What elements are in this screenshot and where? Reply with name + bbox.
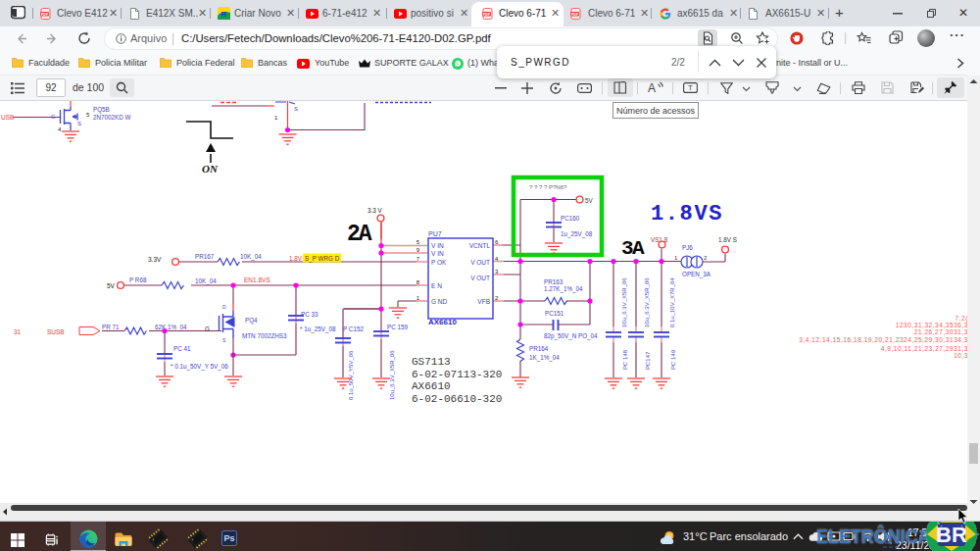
svg-text:AX6610: AX6610 bbox=[428, 318, 457, 326]
svg-text:1.27K_1%_04: 1.27K_1%_04 bbox=[544, 285, 583, 293]
svg-text:* 0.1u_50V_Y 5V_06: * 0.1u_50V_Y 5V_06 bbox=[171, 363, 228, 371]
svg-text:82p_50V_N PO_04: 82p_50V_N PO_04 bbox=[544, 332, 598, 340]
svg-text:6-02-06610-320: 6-02-06610-320 bbox=[412, 393, 502, 405]
svg-text:G ND: G ND bbox=[431, 298, 448, 305]
svg-text:PQ4: PQ4 bbox=[245, 317, 258, 325]
svg-text:3,4,12,14,15,16,18,19,20,21,23: 3,4,12,14,15,16,18,19,20,21,2324,25,29,3… bbox=[799, 336, 967, 343]
svg-text:? ? ? ? P?N6?: ? ? ? ? P?N6? bbox=[529, 184, 567, 190]
svg-text:PC 148: PC 148 bbox=[622, 349, 628, 370]
svg-text:PR163: PR163 bbox=[544, 278, 564, 285]
svg-text:3.3 V: 3.3 V bbox=[368, 207, 383, 214]
svg-text:T: T bbox=[688, 83, 693, 92]
svg-text:1K_1%_04: 1K_1%_04 bbox=[529, 354, 560, 362]
svg-text:OPEN_3A: OPEN_3A bbox=[682, 271, 711, 278]
svg-text:PR164: PR164 bbox=[529, 345, 549, 352]
svg-text:2A: 2A bbox=[347, 222, 372, 247]
svg-text:2N7002KD W: 2N7002KD W bbox=[93, 114, 131, 121]
svg-text:PC147: PC147 bbox=[645, 351, 651, 370]
svg-text:D: D bbox=[222, 304, 226, 310]
svg-text:10K_04: 10K_04 bbox=[240, 253, 262, 261]
svg-text:0.1u_10V_X7R_04: 0.1u_10V_X7R_04 bbox=[669, 277, 675, 327]
svg-text:4,9,10,11,21,23,27,2931,3: 4,9,10,11,21,23,27,2931,3 bbox=[881, 345, 967, 352]
svg-text:6-02-07113-320: 6-02-07113-320 bbox=[412, 369, 502, 380]
svg-text:PDF: PDF bbox=[571, 13, 579, 17]
svg-text:PC 41: PC 41 bbox=[173, 345, 191, 352]
svg-text:10K_04: 10K_04 bbox=[195, 277, 217, 285]
svg-text:EN1.8VS: EN1.8VS bbox=[244, 276, 270, 283]
svg-text:PC 33: PC 33 bbox=[301, 311, 318, 318]
svg-text:62K 1%_04: 62K 1%_04 bbox=[155, 324, 187, 331]
svg-text:PC 149: PC 149 bbox=[670, 349, 676, 370]
svg-text:PC 159: PC 159 bbox=[387, 324, 409, 330]
svg-text:A: A bbox=[648, 81, 656, 94]
svg-text:1u_25V_08: 1u_25V_08 bbox=[561, 230, 593, 238]
svg-text:G: G bbox=[51, 114, 56, 120]
svg-text:8: 8 bbox=[416, 279, 420, 285]
svg-text:ON: ON bbox=[202, 163, 219, 175]
svg-text:S: S bbox=[222, 337, 226, 343]
svg-text:VCNTL: VCNTL bbox=[469, 242, 491, 249]
svg-text:PR 71: PR 71 bbox=[102, 324, 120, 330]
svg-text:4: 4 bbox=[495, 256, 499, 262]
svg-text:3A: 3A bbox=[621, 237, 645, 260]
svg-text:2: 2 bbox=[495, 295, 499, 301]
svg-text:1230,31,32,34,3536,3: 1230,31,32,34,3536,3 bbox=[896, 322, 967, 328]
svg-text:PC151: PC151 bbox=[545, 310, 564, 317]
svg-text:S_P WRG D: S_P WRG D bbox=[305, 255, 340, 263]
svg-text:PC160: PC160 bbox=[561, 215, 580, 222]
svg-text:21,26,27,3031,3: 21,26,27,3031,3 bbox=[914, 328, 967, 335]
svg-text:GS7113: GS7113 bbox=[412, 356, 451, 368]
svg-text:4: 4 bbox=[58, 126, 62, 132]
svg-text:V IN: V IN bbox=[431, 242, 444, 249]
svg-text:10,3: 10,3 bbox=[954, 352, 967, 359]
svg-text:VFB: VFB bbox=[477, 298, 490, 305]
svg-text:P R68: P R68 bbox=[129, 276, 147, 283]
svg-text:6: 6 bbox=[495, 239, 499, 245]
svg-text:SUSB: SUSB bbox=[47, 328, 65, 335]
svg-text:PU7: PU7 bbox=[428, 230, 442, 237]
svg-text:10u_6.3V_X5R_06: 10u_6.3V_X5R_06 bbox=[644, 277, 650, 327]
svg-text:E N: E N bbox=[431, 282, 442, 289]
svg-text:PR167: PR167 bbox=[195, 253, 215, 260]
svg-text:S: S bbox=[294, 106, 298, 112]
svg-text:V OUT: V OUT bbox=[470, 259, 490, 266]
svg-text:9: 9 bbox=[416, 247, 420, 253]
svg-text:5V: 5V bbox=[107, 282, 116, 289]
svg-text:AX6610: AX6610 bbox=[412, 380, 451, 392]
svg-text:1: 1 bbox=[674, 255, 678, 261]
svg-text:G: G bbox=[205, 326, 210, 332]
svg-text:2: 2 bbox=[704, 255, 708, 261]
svg-text:* 1u_25V_08: * 1u_25V_08 bbox=[300, 326, 336, 333]
svg-text:P OK: P OK bbox=[431, 259, 447, 266]
svg-text:V IN: V IN bbox=[431, 250, 444, 257]
svg-text:0.1u_50V_Y5V_06: 0.1u_50V_Y5V_06 bbox=[348, 350, 354, 400]
svg-text:1.8VS: 1.8VS bbox=[651, 202, 723, 226]
svg-text:1.8V S: 1.8V S bbox=[718, 236, 737, 243]
svg-text:BR: BR bbox=[936, 523, 967, 547]
svg-text:3: 3 bbox=[495, 269, 499, 275]
svg-text:3.3V: 3.3V bbox=[148, 256, 162, 263]
svg-text:1: 1 bbox=[274, 115, 278, 121]
svg-text:V OUT: V OUT bbox=[470, 275, 490, 281]
svg-text:S: S bbox=[77, 121, 81, 126]
svg-text:1.8V: 1.8V bbox=[289, 255, 303, 262]
svg-text:1: 1 bbox=[416, 295, 420, 301]
svg-text:10u_6.3V_X5R_06: 10u_6.3V_X5R_06 bbox=[389, 350, 395, 400]
svg-text:P C152: P C152 bbox=[343, 326, 364, 332]
svg-text:5: 5 bbox=[416, 239, 420, 245]
svg-text:5: 5 bbox=[86, 112, 90, 118]
svg-text:R: R bbox=[221, 10, 227, 19]
svg-text:5V: 5V bbox=[585, 197, 594, 204]
svg-text:PDF: PDF bbox=[41, 13, 49, 17]
svg-text:PDF: PDF bbox=[483, 13, 491, 17]
svg-text:31: 31 bbox=[14, 328, 22, 335]
svg-text:PJ6: PJ6 bbox=[682, 244, 693, 251]
svg-text:10u_6.3V_X5R_06: 10u_6.3V_X5R_06 bbox=[621, 277, 627, 327]
svg-text:USB: USB bbox=[1, 114, 14, 121]
svg-text:7: 7 bbox=[416, 256, 420, 262]
svg-text:MTN 7002ZHS3: MTN 7002ZHS3 bbox=[242, 332, 287, 339]
